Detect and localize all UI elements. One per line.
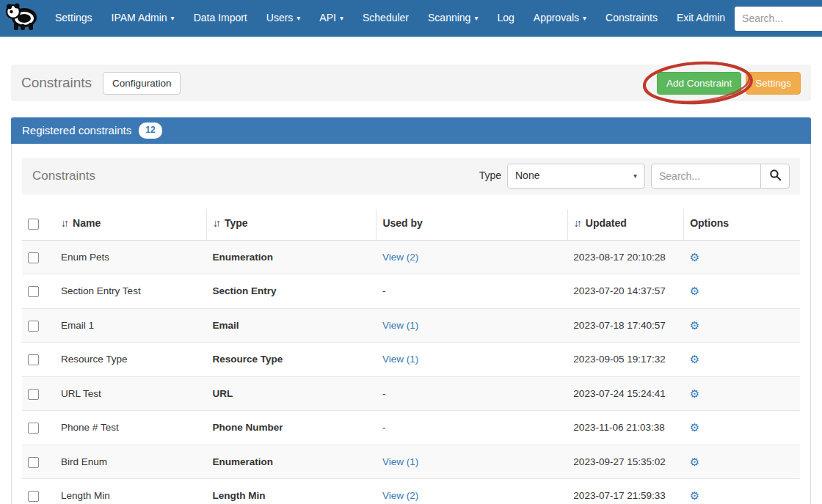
panel-heading: Registered constraints 12 [11,117,811,144]
constraint-name: Enum Pets [55,240,206,274]
navbar-item[interactable]: Scheduler [353,0,418,37]
used-by-link[interactable]: View (2) [382,490,418,501]
header-used-by: Used by [377,209,567,240]
navbar-item-label: Constraints [605,11,658,26]
gear-icon[interactable]: ⚙ [690,353,699,365]
row-checkbox[interactable] [28,354,39,365]
gear-icon[interactable]: ⚙ [690,285,699,297]
navbar-item[interactable]: Approvals ▾ [524,0,596,37]
gear-icon[interactable]: ⚙ [690,319,699,332]
navbar-item-label: Users [266,11,294,26]
constraint-type: Length Min [206,478,376,504]
navbar-search-group [735,7,822,31]
sort-icon: ↓↑ [574,217,580,229]
navbar-item[interactable]: Users ▾ [257,0,310,37]
settings-button[interactable]: Settings [746,72,801,95]
navbar-item[interactable]: Constraints [596,0,667,37]
constraint-name: Resource Type [55,343,206,376]
constraint-name: Section Entry Test [55,274,206,308]
constraint-type: Section Entry [206,274,376,308]
row-checkbox[interactable] [28,321,39,332]
table-row: Phone # Test Phone Number - 2023-11-06 2… [22,411,800,445]
filter-controls: Type None ▾ [479,164,790,189]
navbar-item[interactable]: Exit Admin [667,0,735,37]
constraint-type: Enumeration [206,240,376,274]
navbar-item-label: Data Import [194,11,247,26]
updated-timestamp: 2023-07-20 14:37:57 [567,274,683,308]
gear-icon[interactable]: ⚙ [690,421,699,434]
constraint-name: URL Test [55,376,206,410]
used-by-empty: - [382,285,386,296]
table-search-button[interactable] [760,164,790,189]
table-search-group [651,164,790,189]
navbar-item[interactable]: Data Import [184,0,257,37]
used-by-empty: - [382,422,386,433]
constraint-type: Enumeration [206,445,376,478]
constraint-type: Phone Number [206,411,376,445]
sort-icon: ↓↑ [61,217,67,229]
navbar-item[interactable]: Scanning ▾ [418,0,487,37]
navbar-item[interactable]: API ▾ [310,0,353,37]
used-by-link[interactable]: View (2) [382,252,418,263]
updated-timestamp: 2023-09-05 19:17:32 [567,343,683,376]
constraint-name: Email 1 [55,308,206,342]
navbar-item[interactable]: IPAM Admin ▾ [102,0,184,37]
navbar-item-label: Approvals [534,11,579,26]
row-checkbox[interactable] [28,286,39,297]
type-select-value: None [515,169,539,183]
panda-logo-icon [4,1,38,36]
used-by-link[interactable]: View (1) [382,354,418,365]
row-checkbox[interactable] [28,389,39,400]
constraints-table: ↓↑Name ↓↑Type Used by ↓↑Updated Options [22,209,800,504]
navbar-item-label: IPAM Admin [112,11,167,26]
row-checkbox[interactable] [28,423,39,434]
page-title: Constraints [21,73,92,92]
constraint-name: Bird Enum [55,445,206,478]
navbar-item-label: Scheduler [363,11,409,26]
header-used-by-label: Used by [382,217,422,229]
navbar-item[interactable]: Settings [46,0,102,37]
constraint-type: URL [206,376,376,410]
row-checkbox[interactable] [28,252,39,263]
header-type[interactable]: ↓↑Type [206,209,376,240]
panel-body: Constraints Type None ▾ [11,144,811,504]
type-select[interactable]: None ▾ [507,164,645,189]
navbar-search-input[interactable] [735,7,822,31]
navbar-item-label: Settings [55,11,92,26]
header-updated[interactable]: ↓↑Updated [567,209,683,240]
sort-icon: ↓↑ [213,217,219,229]
header-type-label: Type [225,217,248,229]
navbar-item-label: Exit Admin [677,11,725,26]
gear-icon[interactable]: ⚙ [690,387,699,400]
updated-timestamp: 2023-07-24 15:24:41 [567,376,683,410]
navbar-item[interactable]: Log [487,0,523,37]
table-search-input[interactable] [651,164,761,189]
chevron-down-icon: ▾ [583,13,586,23]
brand-logo[interactable] [4,1,38,36]
select-all-header [22,209,55,240]
row-checkbox[interactable] [28,457,39,468]
header-name[interactable]: ↓↑Name [55,209,206,240]
select-all-checkbox[interactable] [28,219,39,230]
chevron-down-icon: ▾ [171,13,175,23]
constraint-type: Email [206,308,376,342]
add-constraint-button[interactable]: Add Constraint [657,72,741,95]
navbar-item-label: Log [497,11,514,26]
chevron-down-icon: ▾ [340,13,343,23]
type-label: Type [479,169,501,183]
used-by-link[interactable]: View (1) [382,320,418,331]
used-by-link[interactable]: View (1) [382,456,418,467]
gear-icon[interactable]: ⚙ [690,251,699,263]
configuration-button[interactable]: Configuration [103,72,181,95]
gear-icon[interactable]: ⚙ [690,456,699,468]
updated-timestamp: 2023-09-27 15:35:02 [567,445,683,478]
search-icon [769,169,782,183]
gear-icon[interactable]: ⚙ [690,489,699,502]
count-badge: 12 [139,123,161,138]
table-body: Enum Pets Enumeration View (2) 2023-08-1… [22,240,800,504]
chevron-down-icon: ▾ [474,13,478,23]
updated-timestamp: 2023-07-18 17:40:57 [567,308,683,342]
row-checkbox[interactable] [28,491,39,502]
panel-title: Registered constraints [22,123,131,138]
updated-timestamp: 2023-08-17 20:10:28 [567,240,683,274]
